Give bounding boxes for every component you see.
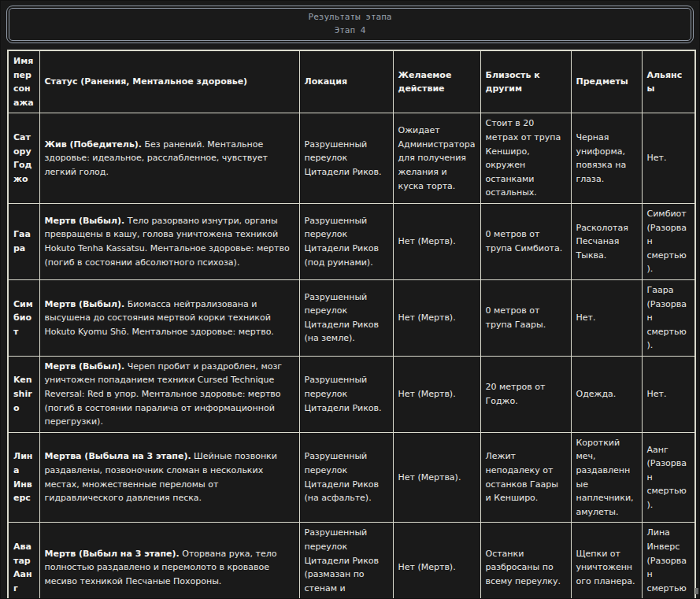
stage-results-title: Результаты этапа <box>9 11 691 24</box>
character-name: Аватар Аанг <box>8 523 39 599</box>
column-header-location: Локация <box>299 50 393 113</box>
proximity-cell: Лежит неподалеку от останков Гаары и Кен… <box>480 432 571 523</box>
alliances-cell: Симбиот (Разорван смертью). <box>642 203 695 279</box>
status-cell: Жив (Победитель). Без ранений. Ментально… <box>39 113 299 204</box>
stage-number: Этап 4 <box>9 24 691 38</box>
location-cell: Разрушенный переулок Цитадели Риков (на … <box>299 279 393 356</box>
status-cell: Мертв (Выбыл). Череп пробит и раздроблен… <box>39 356 299 432</box>
column-header-items: Предметы <box>571 50 642 113</box>
character-name: Гаара <box>8 203 39 279</box>
items-cell: Нет. <box>571 279 642 356</box>
table-row: Лина ИнверсМертва (Выбыла на 3 этапе). Ш… <box>8 432 695 523</box>
table-row: СимбиотМертв (Выбыл). Биомасса нейтрализ… <box>8 279 695 356</box>
items-cell: Щепки от уничтоженного планера. <box>571 523 642 599</box>
alliances-cell: Нет. <box>642 356 695 432</box>
status-cell: Мертв (Выбыл). Биомасса нейтрализована и… <box>39 279 299 356</box>
column-header-alliances: Альянсы <box>642 50 695 113</box>
location-cell: Разрушенный переулок Цитадели Риков (под… <box>299 203 393 279</box>
character-name: Сатору Годжо <box>8 113 39 204</box>
stage-results-header-box: Результаты этапа Этап 4 <box>6 6 694 43</box>
desired-action-cell: Нет (Мертв). <box>393 523 480 599</box>
items-cell: Одежда. <box>571 356 642 432</box>
alliances-cell: Лина Инверс (Разорван смертью). <box>642 523 695 599</box>
desired-action-cell: Нет (Мертва). <box>393 432 480 523</box>
proximity-cell: Останки разбросаны по всему переулку. <box>480 523 571 599</box>
column-header-name: Имя персонажа <box>8 50 39 113</box>
desired-action-cell: Нет (Мертв). <box>393 279 480 356</box>
items-cell: Черная униформа, повязка на глаза. <box>571 113 642 204</box>
items-cell: Короткий меч, раздавленные наплечники, а… <box>571 432 642 523</box>
table-header-row: Имя персонажаСтатус (Ранения, Ментальное… <box>8 50 695 113</box>
status-cell: Мертва (Выбыла на 3 этапе). Шейные позво… <box>39 432 299 523</box>
location-cell: Разрушенный переулок Цитадели Риков (раз… <box>299 523 393 599</box>
desired-action-cell: Нет (Мертв). <box>393 356 480 432</box>
table-row: Сатору ГоджоЖив (Победитель). Без ранени… <box>8 113 695 204</box>
proximity-cell: 20 метров от Годжо. <box>480 356 571 432</box>
proximity-cell: 0 метров от трупа Гаары. <box>480 279 571 356</box>
column-header-proximity: Близость к другим <box>480 50 571 113</box>
status-lead: Жив (Победитель). <box>45 139 143 150</box>
items-cell: Расколотая Песчаная Тыква. <box>571 203 642 279</box>
location-cell: Разрушенный переулок Цитадели Риков. <box>299 113 393 204</box>
alliances-cell: Нет. <box>642 113 695 204</box>
status-lead: Мертва (Выбыла на 3 этапе). <box>45 451 191 461</box>
status-cell: Мертв (Выбыл на 3 этапе). Оторвана рука,… <box>39 523 299 599</box>
alliances-cell: Гаара (Разорван смертью). <box>642 279 695 356</box>
location-cell: Разрушенный переулок Цитадели Риков. <box>299 356 393 432</box>
table-row: Аватар АангМертв (Выбыл на 3 этапе). Ото… <box>8 523 695 599</box>
proximity-cell: 0 метров от трупа Симбиота. <box>480 203 571 279</box>
table-row: KenshiroМертв (Выбыл). Череп пробит и ра… <box>8 356 695 432</box>
desired-action-cell: Ожидает Администратора для получения жел… <box>393 113 480 204</box>
status-lead: Мертв (Выбыл). <box>45 361 125 372</box>
stage-results-header-inner: Результаты этапа Этап 4 <box>9 8 691 41</box>
results-table: Имя персонажаСтатус (Ранения, Ментальное… <box>7 50 696 599</box>
scrollbar-nub[interactable] <box>695 588 698 594</box>
status-lead: Мертв (Выбыл). <box>45 299 125 309</box>
column-header-action: Желаемое действие <box>393 50 480 113</box>
proximity-cell: Стоит в 20 метрах от трупа Кенширо, окру… <box>480 113 571 204</box>
character-name: Kenshiro <box>8 356 39 432</box>
status-cell: Мертв (Выбыл). Тело разорвано изнутри, о… <box>39 203 299 279</box>
alliances-cell: Аанг (Разорван смертью). <box>642 432 695 523</box>
table-row: ГаараМертв (Выбыл). Тело разорвано изнут… <box>8 203 695 279</box>
column-header-status: Статус (Ранения, Ментальное здоровье) <box>39 50 299 113</box>
status-lead: Мертв (Выбыл на 3 этапе). <box>45 549 180 559</box>
status-lead: Мертв (Выбыл). <box>45 216 125 226</box>
character-name: Лина Инверс <box>8 432 39 523</box>
location-cell: Разрушенный переулок Цитадели Риков (на … <box>299 432 393 523</box>
character-name: Симбиот <box>8 279 39 356</box>
desired-action-cell: Нет (Мертв). <box>393 203 480 279</box>
